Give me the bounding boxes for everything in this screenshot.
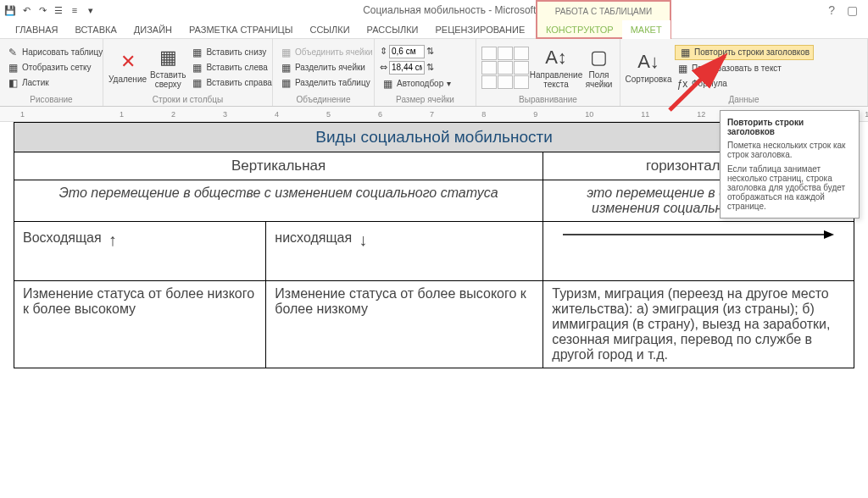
convert-icon: ▦: [676, 63, 688, 75]
alignment-grid[interactable]: [481, 47, 529, 89]
insert-above-icon: ▦: [159, 47, 177, 69]
delete-icon: ✕: [120, 51, 136, 73]
undo-icon[interactable]: ↶: [19, 3, 33, 17]
ribbon-tabs: ГЛАВНАЯ ВСТАВКА ДИЗАЙН РАЗМЕТКА СТРАНИЦЫ…: [0, 20, 868, 39]
tab-table-layout[interactable]: МАКЕТ: [622, 20, 670, 39]
ascending-detail[interactable]: Изменение статуса от более низкого к бол…: [14, 281, 266, 368]
tab-insert[interactable]: ВСТАВКА: [66, 20, 125, 39]
repeat-header-tooltip: Повторить строки заголовков Пометка неск…: [720, 110, 860, 219]
tab-references[interactable]: ССЫЛКИ: [301, 20, 358, 39]
merge-cells-button: ▦Объединить ячейки: [278, 46, 375, 59]
text-direction-button[interactable]: A↕ Направление текста: [532, 47, 580, 89]
split-table-icon: ▦: [280, 77, 292, 89]
group-align-label: Выравнивание: [481, 93, 615, 106]
insert-below-button[interactable]: ▦Вставить снизу: [189, 46, 273, 59]
tab-table-design[interactable]: КОНСТРУКТОР: [537, 20, 622, 39]
redo-icon[interactable]: ↷: [36, 3, 49, 17]
horizontal-arrow-cell[interactable]: [543, 222, 854, 281]
insert-right-icon: ▦: [191, 77, 203, 89]
quick-access-toolbar: 💾 ↶ ↷ ☰ ≡ ▾: [3, 3, 97, 17]
cell-margins-button[interactable]: ▢ Поля ячейки: [583, 47, 615, 89]
view-gridlines-button[interactable]: ▦Отобразить сетку: [5, 61, 104, 75]
title-bar: 💾 ↶ ↷ ☰ ≡ ▾ Социальная мобильность - Mic…: [0, 0, 868, 20]
autofit-icon: ▦: [381, 78, 393, 90]
group-merge-label: Объединение: [278, 93, 369, 106]
document-title: Социальная мобильность - Microsoft Word: [97, 4, 828, 16]
group-draw-label: Рисование: [5, 93, 97, 106]
text-direction-icon: A↕: [545, 47, 567, 69]
pencil-icon: ✎: [7, 47, 19, 58]
tab-review[interactable]: РЕЦЕНЗИРОВАНИЕ: [426, 20, 533, 39]
split-cells-icon: ▦: [280, 62, 292, 74]
table-tools-tabs: КОНСТРУКТОР МАКЕТ: [536, 20, 671, 39]
vertical-header[interactable]: Вертикальная: [14, 152, 543, 180]
formula-icon: ƒx: [676, 78, 688, 90]
grid-icon: ▦: [7, 62, 19, 74]
sort-button[interactable]: A↓ Сортировка: [626, 42, 671, 93]
tab-home[interactable]: ГЛАВНАЯ: [7, 20, 66, 39]
insert-above-button[interactable]: ▦ Вставить сверху: [150, 42, 186, 93]
eraser-icon: ◧: [7, 77, 19, 89]
tab-mailings[interactable]: РАССЫЛКИ: [359, 20, 427, 39]
width-icon: ⇔: [380, 62, 387, 73]
insert-left-icon: ▦: [191, 62, 203, 74]
merge-icon: ▦: [280, 47, 292, 58]
insert-left-button[interactable]: ▦Вставить слева: [189, 61, 273, 75]
tooltip-line2: Если таблица занимает несколько страниц,…: [727, 164, 852, 211]
draw-table-button[interactable]: ✎Нарисовать таблицу: [5, 46, 104, 59]
tab-design[interactable]: ДИЗАЙН: [125, 20, 181, 39]
save-icon[interactable]: 💾: [3, 3, 17, 17]
table-tools-context-label: РАБОТА С ТАБЛИЦАМИ: [536, 0, 671, 20]
group-data-label: Данные: [626, 93, 862, 106]
bullets-icon[interactable]: ☰: [52, 3, 65, 17]
insert-right-button[interactable]: ▦Вставить справа: [189, 76, 273, 90]
repeat-header-rows-button[interactable]: ▦Повторить строки заголовков: [675, 45, 814, 60]
row-height-spinner[interactable]: ⇕⇅: [380, 45, 453, 58]
horizontal-detail[interactable]: Туризм, миграция (переезд на другое мест…: [543, 281, 854, 368]
help-icon[interactable]: ?: [828, 3, 835, 17]
eraser-button[interactable]: ◧Ластик: [5, 76, 104, 90]
insert-below-icon: ▦: [191, 47, 203, 58]
tooltip-line1: Пометка нескольких строк как строк загол…: [727, 141, 852, 159]
numbering-icon[interactable]: ≡: [68, 3, 81, 17]
formula-button[interactable]: ƒxФормула: [675, 77, 814, 91]
descending-detail[interactable]: Изменение статуса от более высокого к бо…: [266, 281, 543, 368]
group-rows-cols-label: Строки и столбцы: [108, 93, 267, 106]
customize-qat-icon[interactable]: ▾: [84, 3, 97, 17]
tab-page-layout[interactable]: РАЗМЕТКА СТРАНИЦЫ: [181, 20, 301, 39]
svg-marker-1: [824, 230, 834, 239]
vertical-desc[interactable]: Это перемещение в обществе с изменением …: [14, 180, 543, 222]
autofit-button[interactable]: ▦Автоподбор ▾: [380, 77, 453, 91]
split-table-button[interactable]: ▦Разделить таблицу: [278, 76, 375, 90]
height-icon: ⇕: [380, 46, 387, 57]
delete-button[interactable]: ✕ Удаление: [108, 42, 147, 93]
group-cellsize-label: Размер ячейки: [380, 93, 470, 106]
split-cells-button[interactable]: ▦Разделить ячейки: [278, 61, 375, 75]
col-width-spinner[interactable]: ⇔⇅: [380, 61, 453, 75]
descending-cell[interactable]: нисходящая: [266, 222, 543, 281]
ribbon-options-icon[interactable]: ▢: [847, 3, 858, 17]
tooltip-title: Повторить строки заголовков: [727, 118, 852, 136]
repeat-header-icon: ▦: [679, 47, 691, 58]
convert-to-text-button[interactable]: ▦Преобразовать в текст: [675, 62, 814, 75]
ribbon: ✎Нарисовать таблицу ▦Отобразить сетку ◧Л…: [0, 39, 868, 107]
margins-icon: ▢: [590, 47, 608, 69]
ascending-cell[interactable]: Восходящая: [14, 222, 266, 281]
sort-icon: A↓: [637, 51, 659, 73]
